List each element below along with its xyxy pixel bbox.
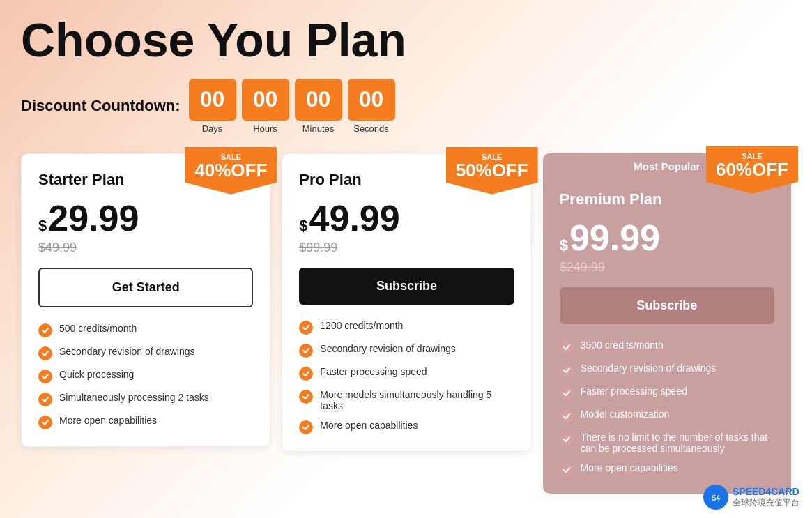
check-icon [560, 363, 574, 377]
premium-plan-name: Premium Plan [560, 190, 774, 208]
pro-plan-card: SALE 50%OFF Pro Plan $ 49.99 $99.99 Subs… [282, 153, 531, 452]
premium-subscribe-button[interactable]: Subscribe [560, 287, 774, 324]
pro-price-dollar: $ [299, 217, 307, 235]
pro-subscribe-button[interactable]: Subscribe [299, 268, 514, 305]
starter-price-amount: 29.99 [48, 200, 139, 236]
countdown-seconds-box: 00 [348, 79, 395, 121]
check-icon [38, 393, 52, 406]
watermark-logo: S4 [703, 485, 728, 510]
check-icon [560, 340, 574, 354]
svg-text:S4: S4 [712, 494, 721, 502]
starter-sale-percent: 40%OFF [194, 161, 267, 179]
countdown-minutes: 00 Minutes [295, 79, 342, 134]
page-title: Choose You Plan [21, 14, 791, 66]
check-icon [38, 346, 52, 360]
pro-feature-5: More open capabilities [299, 420, 514, 434]
countdown-days: 00 Days [189, 79, 236, 134]
starter-price-original: $49.99 [38, 241, 253, 255]
pro-feature-4: More models simultaneously handling 5 ta… [299, 389, 514, 411]
starter-plan-card: SALE 40%OFF Starter Plan $ 29.99 $49.99 … [21, 153, 270, 447]
pro-price-amount: 49.99 [309, 200, 400, 236]
premium-sale-badge: SALE 60%OFF [706, 146, 798, 194]
premium-feature-1: 3500 credits/month [560, 340, 774, 354]
check-icon [299, 344, 313, 358]
countdown-boxes: 00 Days 00 Hours 00 Minutes 00 Seconds [189, 79, 395, 134]
starter-feature-2: Secondary revision of drawings [38, 346, 253, 360]
pro-feature-2: Secondary revision of drawings [299, 343, 514, 358]
countdown-minutes-box: 00 [295, 79, 342, 121]
starter-feature-1: 500 credits/month [38, 323, 253, 337]
countdown-minutes-unit: Minutes [302, 123, 335, 134]
countdown-seconds-unit: Seconds [353, 123, 389, 134]
check-icon [560, 386, 574, 400]
check-icon [560, 463, 574, 477]
premium-price-original: $249.99 [560, 260, 774, 275]
plans-container: SALE 40%OFF Starter Plan $ 29.99 $49.99 … [21, 153, 791, 494]
check-icon [38, 370, 52, 383]
check-icon [38, 416, 52, 429]
watermark-brand: SPEED4CARD [733, 485, 799, 498]
premium-price-amount: 99.99 [569, 220, 660, 256]
starter-price-dollar: $ [38, 217, 47, 235]
page-wrapper: Choose You Plan Discount Countdown: 00 D… [0, 0, 812, 518]
watermark-subtitle: 全球跨境充值平台 [733, 498, 799, 509]
countdown-section: Discount Countdown: 00 Days 00 Hours 00 … [21, 79, 791, 134]
premium-feature-5: There is no limit to the number of tasks… [560, 432, 774, 454]
check-icon [38, 323, 52, 337]
premium-feature-3: Faster processing speed [560, 386, 774, 400]
countdown-days-unit: Days [202, 123, 223, 134]
watermark: S4 SPEED4CARD 全球跨境充值平台 [703, 485, 799, 510]
starter-features-list: 500 credits/month Secondary revision of … [38, 323, 253, 429]
countdown-days-box: 00 [189, 79, 236, 121]
countdown-seconds: 00 Seconds [348, 79, 395, 134]
check-icon [299, 420, 313, 434]
check-icon [560, 409, 574, 423]
pro-sale-percent: 50%OFF [456, 161, 528, 179]
premium-sale-percent: 60%OFF [716, 160, 788, 178]
premium-features-list: 3500 credits/month Secondary revision of… [560, 340, 774, 477]
premium-feature-2: Secondary revision of drawings [560, 363, 774, 377]
pro-features-list: 1200 credits/month Secondary revision of… [299, 320, 514, 434]
watermark-text: SPEED4CARD 全球跨境充值平台 [733, 485, 799, 509]
starter-get-started-button[interactable]: Get Started [38, 268, 253, 307]
pro-price-current: $ 49.99 [299, 200, 514, 236]
starter-feature-3: Quick processing [38, 369, 253, 383]
pro-feature-3: Faster processing speed [299, 366, 514, 381]
pro-feature-1: 1200 credits/month [299, 320, 514, 335]
check-icon [299, 321, 313, 335]
starter-price-current: $ 29.99 [38, 200, 253, 236]
countdown-label: Discount Countdown: [21, 97, 181, 115]
premium-plan-card: Most Popular SALE 60%OFF Premium Plan $ … [543, 153, 791, 494]
premium-feature-6: More open capabilities [560, 462, 774, 477]
premium-feature-4: Model customization [560, 409, 774, 423]
check-icon [299, 367, 313, 381]
starter-feature-4: Simultaneously processing 2 tasks [38, 392, 253, 406]
premium-price-current: $ 99.99 [560, 220, 774, 256]
countdown-hours: 00 Hours [242, 79, 289, 134]
starter-feature-5: More open capabilities [38, 415, 253, 429]
countdown-hours-unit: Hours [253, 123, 277, 134]
check-icon [299, 390, 313, 404]
check-icon [560, 432, 574, 446]
premium-price-dollar: $ [560, 236, 568, 254]
countdown-hours-box: 00 [242, 79, 289, 121]
pro-price-original: $99.99 [299, 241, 514, 255]
